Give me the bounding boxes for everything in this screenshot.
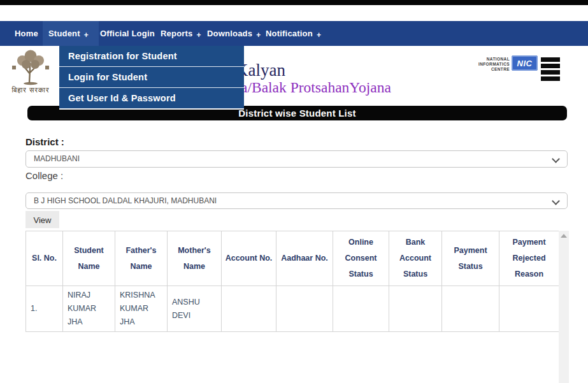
plus-icon: + [84,31,89,40]
cell-mother-s-name: ANSHU DEVI [168,286,222,332]
top-black-bar [0,0,588,5]
nav-item-label: Home [15,29,38,38]
menu-bar [541,76,560,81]
scheme-title-line2: a/Balak ProtsahanYojana [241,79,391,96]
district-select[interactable]: MADHUBANI [25,150,568,168]
cell-father-s-name: KRISHNA KUMAR JHA [115,286,168,332]
col-header-aadhaar-no: Aadhaar No. [276,231,333,286]
menu-bar [541,57,560,62]
district-select-value: MADHUBANI [26,151,567,167]
nav-item-label: Downloads [207,29,252,38]
table-scrollbar[interactable] [559,231,569,383]
nav-item-downloads[interactable]: Downloads+ [207,21,261,46]
nav-item-student[interactable]: Student+ [43,21,99,46]
tree-emblem-icon [3,48,58,85]
col-header-mother-s-name: Mother's Name [168,231,222,286]
scroll-up-arrow-icon[interactable] [561,234,567,238]
col-header-payment-rejected-reason: Payment Rejected Reason [499,231,559,286]
nav-item-label: Student [48,29,80,38]
col-header-bank-account-status: Bank Account Status [389,231,442,286]
state-logo-caption: बिहार सरकार [3,86,58,94]
nic-logo: NIC [512,55,538,71]
students-table: Sl. No.Student NameFather's NameMother's… [25,231,559,332]
cell-aadhaar-no [276,286,333,332]
plus-icon: + [197,31,201,40]
col-header-sl-no: Sl. No. [26,231,63,286]
col-header-student-name: Student Name [63,231,115,286]
nav-item-label: Official Login [100,29,155,38]
nav-item-notification[interactable]: Notification+ [266,21,321,46]
nic-logo-text: NIC [517,59,533,68]
college-select[interactable]: B J HIGH SCHOOL DALDAL KHAJURI, MADHUBAN… [25,192,568,209]
cell-bank-account-status [389,286,442,332]
cell-account-no [222,286,276,332]
district-label: District : [25,136,64,147]
student-dropdown-menu: Registration for StudentLogin for Studen… [59,46,244,110]
cell-online-consent-status [333,286,389,332]
student-list-container: Sl. No.Student NameFather's NameMother's… [25,231,569,383]
college-label: College : [25,170,63,181]
nav-item-official-login[interactable]: Official Login [100,21,155,46]
college-select-value: B J HIGH SCHOOL DALDAL KHAJURI, MADHUBAN… [26,193,567,209]
col-header-online-consent-status: Online Consent Status [333,231,389,286]
menu-icon[interactable] [541,57,560,83]
dropdown-item-login-for-student[interactable]: Login for Student [59,67,244,88]
nav-item-label: Reports [161,29,193,38]
bihar-govt-logo: बिहार सरकार [3,48,58,102]
main-nav: HomeStudent+Official LoginReports+Downlo… [0,21,588,46]
plus-icon: + [317,31,321,40]
nav-item-label: Notification [266,29,313,38]
table-row: 1.NIRAJ KUMAR JHAKRISHNA KUMAR JHAANSHU … [26,286,559,332]
col-header-account-no: Account No. [222,231,276,286]
nav-item-home[interactable]: Home [15,21,38,46]
menu-bar [541,70,560,75]
cell-sl-no: 1. [26,286,63,332]
dropdown-item-get-user-id-password[interactable]: Get User Id & Password [59,88,244,108]
col-header-father-s-name: Father's Name [115,231,168,286]
cell-payment-rejected-reason [499,286,559,332]
menu-bar [541,64,560,68]
col-header-payment-status: Payment Status [442,231,499,286]
view-button[interactable]: View [25,211,59,228]
nic-caption: NATIONAL INFORMATICS CENTRE [469,57,510,71]
dropdown-item-registration-for-student[interactable]: Registration for Student [59,46,244,67]
nav-item-reports[interactable]: Reports+ [161,21,201,46]
cell-student-name: NIRAJ KUMAR JHA [63,286,115,332]
plus-icon: + [256,31,261,40]
cell-payment-status [442,286,499,332]
table-header-row: Sl. No.Student NameFather's NameMother's… [26,231,559,286]
